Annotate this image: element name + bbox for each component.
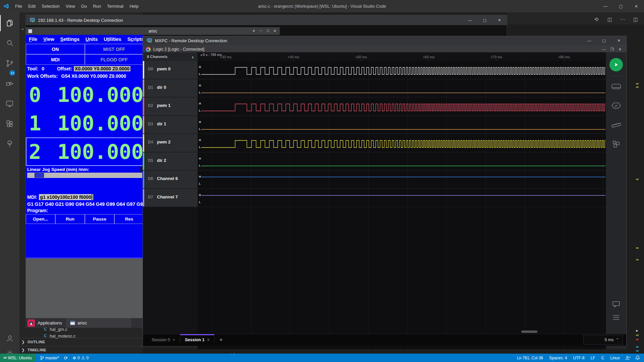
vscode-menu-go[interactable]: Go: [78, 4, 90, 9]
vscode-menu-view[interactable]: View: [63, 4, 78, 9]
applications-menu-button[interactable]: [28, 319, 35, 327]
vscode-maximize-button[interactable]: ▢: [613, 0, 629, 12]
logic-close-button[interactable]: ✕: [619, 47, 622, 52]
person-check-icon[interactable]: [623, 354, 633, 362]
jog-slider-handle[interactable]: [35, 173, 44, 178]
remote-explorer-icon[interactable]: [0, 96, 19, 112]
status-item-0[interactable]: Ln 781, Col 36: [514, 354, 546, 362]
rdp2-minimize-button[interactable]: —: [582, 39, 597, 43]
rdp2-maximize-button[interactable]: ▢: [597, 39, 611, 43]
vscode-menu-help[interactable]: Help: [126, 4, 142, 9]
layout-grid-icon[interactable]: [612, 140, 620, 148]
status-item-4[interactable]: C: [598, 354, 607, 362]
explorer-chevron-icon[interactable]: ⌄: [21, 26, 24, 31]
new-session-button[interactable]: +: [219, 337, 223, 343]
device-settings-icon[interactable]: [611, 83, 621, 90]
cnc-menu-settings[interactable]: Settings: [57, 37, 83, 42]
zoom-level-indicator[interactable]: 5 ms ⌃: [583, 335, 623, 345]
close-session-icon[interactable]: ×: [207, 338, 210, 342]
jog-speed-slider[interactable]: [27, 173, 142, 178]
channel-row-d4[interactable]: D4pwm 2: [143, 134, 198, 153]
protocol-analyzer-icon[interactable]: 1F: [611, 102, 622, 109]
vscode-close-button[interactable]: ✕: [629, 0, 644, 12]
collapse-panel-icon[interactable]: ‹: [192, 54, 194, 60]
arisc-window-titlebar[interactable]: arisc ▲ — ▢ ✕: [26, 27, 280, 35]
cnc-menu-scripts[interactable]: Scripts: [124, 37, 144, 42]
rdp2-close-button[interactable]: ✕: [611, 39, 626, 43]
more-actions-icon[interactable]: ⋯: [618, 15, 628, 24]
program-button-res[interactable]: Res: [114, 214, 144, 224]
status-item-2[interactable]: UTF-8: [570, 354, 588, 362]
channel-row-d7[interactable]: D7Channel 7: [143, 189, 198, 207]
tree-icon[interactable]: [0, 136, 19, 152]
taskbar-window-button[interactable]: arisc: [66, 318, 131, 328]
run-debug-icon[interactable]: [0, 75, 19, 92]
session-tab-0[interactable]: Session 0×: [147, 334, 180, 346]
extensions-icon[interactable]: [0, 116, 19, 132]
arisc-close-button[interactable]: ✕: [273, 29, 276, 33]
vscode-minimize-button[interactable]: —: [598, 0, 613, 12]
channel-row-d5[interactable]: D5dir 2: [143, 153, 198, 171]
cnc-button-flood-off[interactable]: FLOOD OFF: [85, 54, 144, 65]
outline-section-header[interactable]: ❯ OUTLINE: [19, 338, 143, 345]
status-item-3[interactable]: LF: [588, 354, 598, 362]
source-control-badge: 13: [9, 70, 15, 76]
history-icon[interactable]: ⟲: [591, 15, 601, 24]
vscode-menu-selection[interactable]: Selection: [39, 4, 62, 9]
measure-ruler-icon[interactable]: [611, 121, 621, 129]
program-button-run[interactable]: Run: [55, 214, 85, 224]
waveform-hscrollbar[interactable]: [521, 330, 537, 333]
run-capture-button[interactable]: [609, 58, 623, 71]
sync-indicator[interactable]: ⟳: [61, 354, 70, 362]
rdp1-close-button[interactable]: ✕: [492, 18, 507, 22]
applications-label[interactable]: Applications: [38, 320, 62, 325]
level-high-label: H: [198, 138, 202, 142]
arisc-maximize-button[interactable]: ▢: [266, 29, 269, 33]
channel-row-d0[interactable]: D0pwm 0: [143, 61, 198, 79]
notifications-bell-icon[interactable]: [633, 354, 644, 362]
channel-row-d2[interactable]: D2pwm 1: [143, 98, 198, 116]
status-item-5[interactable]: Linux: [607, 354, 623, 362]
files-icon[interactable]: [0, 15, 19, 31]
search-icon[interactable]: [0, 35, 19, 51]
source-control-icon[interactable]: [0, 55, 19, 71]
vscode-menu-edit[interactable]: Edit: [25, 4, 39, 9]
close-session-icon[interactable]: ×: [173, 338, 175, 342]
split-editor-icon[interactable]: ◫: [605, 15, 615, 24]
vscode-menu-terminal[interactable]: Terminal: [104, 4, 126, 9]
remote-indicator[interactable]: >< WSL: Ubuntu: [0, 354, 35, 362]
waveform-area[interactable]: HLHLHLHLHLHLHLHL: [198, 61, 607, 349]
vscode-menu-file[interactable]: File: [12, 4, 25, 9]
problems-indicator[interactable]: ⊗ 0 ⚠ 0: [70, 354, 91, 362]
timeline-section-header[interactable]: ❯ TIMELINE: [19, 346, 143, 353]
cnc-menu-utilities[interactable]: Utilities: [101, 37, 124, 42]
channel-row-d6[interactable]: D6Channel 6: [143, 171, 198, 189]
account-icon[interactable]: [0, 330, 19, 346]
git-branch-indicator[interactable]: master*: [38, 354, 61, 362]
channel-row-d1[interactable]: D1dir 0: [143, 79, 198, 98]
rdp2-titlebar[interactable]: MXPC - Remote Desktop Connection — ▢ ✕: [143, 36, 626, 45]
cnc-button-on[interactable]: ON: [26, 44, 85, 54]
program-button-pause[interactable]: Pause: [85, 214, 114, 224]
logic-minimize-button[interactable]: —: [602, 47, 606, 52]
status-item-1[interactable]: Spaces: 4: [546, 354, 570, 362]
comments-icon[interactable]: [612, 301, 620, 308]
logic-restore-button[interactable]: ❐: [610, 47, 614, 52]
rdp1-titlebar[interactable]: 192.168.1.43 - Remote Desktop Connection…: [26, 15, 507, 25]
program-button-open[interactable]: Open...: [26, 214, 55, 224]
cnc-menu-view[interactable]: View: [40, 37, 57, 42]
arisc-shade-button[interactable]: ▲: [252, 29, 255, 33]
rdp1-maximize-button[interactable]: ▢: [477, 18, 492, 22]
cnc-button-mist-off[interactable]: MIST OFF: [85, 44, 144, 54]
mdi-input[interactable]: g1 x100y100z100 f6000: [39, 194, 93, 200]
cnc-button-mdi[interactable]: MDI: [26, 54, 85, 65]
cnc-menu-units[interactable]: Units: [83, 37, 101, 42]
vscode-menu-run[interactable]: Run: [90, 4, 104, 9]
channel-row-d3[interactable]: D3dir 1: [143, 116, 198, 134]
session-tab-1[interactable]: Session 1×: [180, 334, 214, 346]
layout-icon[interactable]: ◫: [631, 15, 641, 24]
list-menu-icon[interactable]: [612, 314, 620, 320]
arisc-minimize-button[interactable]: —: [259, 29, 262, 33]
rdp1-minimize-button[interactable]: —: [463, 18, 477, 22]
cnc-menu-file[interactable]: File: [26, 37, 40, 42]
